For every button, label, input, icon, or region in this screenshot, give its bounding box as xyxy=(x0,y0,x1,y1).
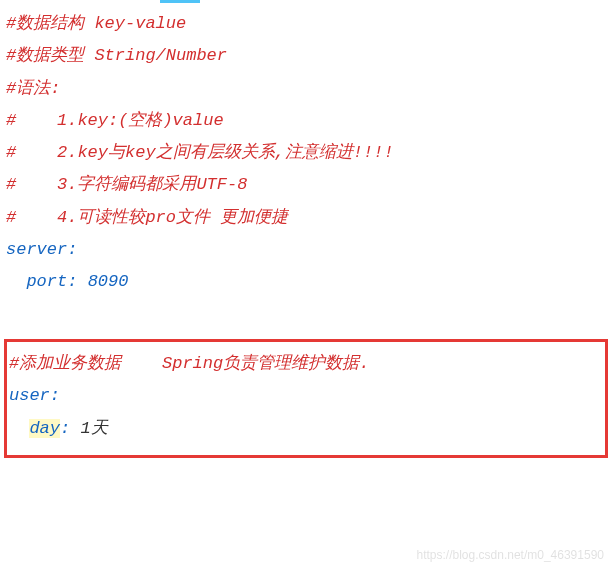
comment-line: # 4.可读性较pro文件 更加便捷 xyxy=(6,202,608,234)
watermark-text: https://blog.csdn.net/m0_46391590 xyxy=(417,544,604,567)
yaml-key: user xyxy=(9,386,50,405)
comment-line: #数据结构 key-value xyxy=(6,8,608,40)
comment-text: # 3.字符编码都采用UTF-8 xyxy=(6,175,247,194)
comment-text: #语法: xyxy=(6,79,60,98)
comment-line: # 3.字符编码都采用UTF-8 xyxy=(6,169,608,201)
colon: : xyxy=(60,419,70,438)
comment-text: # 1.key:(空格)value xyxy=(6,111,224,130)
comment-line: # 2.key与key之间有层级关系,注意缩进!!!! xyxy=(6,137,608,169)
comment-text: #添加业务数据 Spring负责管理维护数据. xyxy=(9,354,369,373)
colon: : xyxy=(50,386,60,405)
comment-line: #语法: xyxy=(6,73,608,105)
yaml-line-user: user: xyxy=(9,380,601,412)
yaml-value: 1天 xyxy=(80,419,107,438)
comment-text: #数据类型 String/Number xyxy=(6,46,227,65)
colon: : xyxy=(67,240,77,259)
comment-line: #添加业务数据 Spring负责管理维护数据. xyxy=(9,348,601,380)
yaml-value: 8090 xyxy=(88,272,129,291)
top-accent-bar xyxy=(160,0,200,3)
code-block: #数据结构 key-value #数据类型 String/Number #语法:… xyxy=(0,0,614,331)
comment-text: # 2.key与key之间有层级关系,注意缩进!!!! xyxy=(6,143,394,162)
yaml-line-port: port: 8090 xyxy=(6,266,608,298)
yaml-key-highlighted: day xyxy=(29,419,60,438)
yaml-key: port xyxy=(26,272,67,291)
yaml-line-server: server: xyxy=(6,234,608,266)
yaml-key: server xyxy=(6,240,67,259)
comment-text: #数据结构 key-value xyxy=(6,14,186,33)
comment-line: #数据类型 String/Number xyxy=(6,40,608,72)
blank-line xyxy=(6,299,608,331)
comment-text: # 4.可读性较pro文件 更加便捷 xyxy=(6,208,288,227)
comment-line: # 1.key:(空格)value xyxy=(6,105,608,137)
yaml-line-day: day: 1天 xyxy=(9,413,601,445)
highlight-box: #添加业务数据 Spring负责管理维护数据. user: day: 1天 xyxy=(4,339,608,458)
colon: : xyxy=(67,272,77,291)
